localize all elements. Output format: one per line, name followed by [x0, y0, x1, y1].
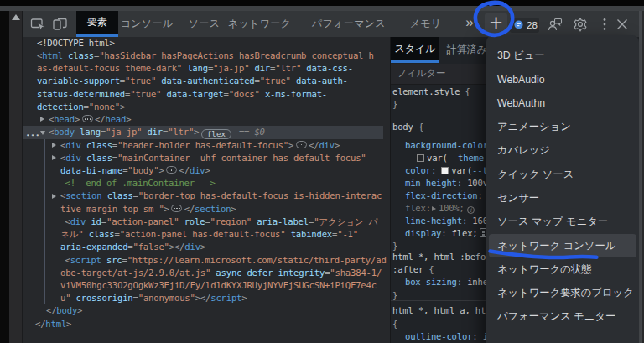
dom-tree-node[interactable]: data-bi-name="body"></div>: [23, 164, 390, 177]
dom-tree-node[interactable]: variable-support="true" data-authenticat…: [23, 75, 390, 87]
menu-item[interactable]: ネットワークの状態: [489, 257, 636, 281]
syntax-token: section: [65, 190, 101, 200]
dom-tree-node[interactable]: <div class="header-holder has-default-fo…: [23, 139, 390, 152]
menu-item[interactable]: センサー: [489, 186, 636, 210]
dom-tree-node[interactable]: u" crossorigin="anonymous"></script>: [23, 292, 390, 304]
devtools-tab-2[interactable]: コンソール: [122, 11, 172, 38]
dom-tree-node[interactable]: aria-expanded="false"></div>: [23, 241, 390, 253]
collapse-arrow-icon[interactable]: [40, 131, 45, 135]
syntax-token: == $0: [234, 127, 265, 137]
syntax-token: "true": [130, 89, 161, 99]
color-swatch[interactable]: [417, 154, 424, 162]
menu-item[interactable]: クイック ソース: [489, 163, 636, 186]
dom-tree-node[interactable]: <html class="hasSidebar hasPageActions h…: [23, 49, 390, 62]
styles-tab-label: 計算済み: [447, 43, 487, 57]
syntax-token: {: [465, 86, 470, 96]
menu-item[interactable]: カバレッジ: [489, 139, 636, 163]
syntax-token: class: [86, 153, 112, 163]
dom-tree-node[interactable]: <section class="border-top has-default-f…: [23, 190, 390, 202]
syntax-token: >: [288, 140, 293, 150]
settings-gear-icon[interactable]: [572, 16, 589, 33]
expand-arrow-icon[interactable]: [52, 155, 56, 160]
flex-editor-dot: [482, 231, 485, 233]
devtools-tab-3[interactable]: ソース: [179, 11, 230, 38]
dom-tree-node[interactable]: <script src="https://learn.microsoft.com…: [23, 254, 390, 267]
styles-tab-1[interactable]: スタイル: [391, 37, 439, 63]
menu-item[interactable]: ネットワーク コンソール: [489, 234, 636, 257]
collapsed-content-icon[interactable]: [82, 115, 93, 122]
devtools-tab-4[interactable]: ネットワーク: [228, 11, 291, 38]
dom-tree-node[interactable]: tive margin-top-sm "></section>: [23, 203, 390, 216]
syntax-token: obe-target/at-js/2.9.0/at.js": [60, 268, 210, 278]
dom-tree-node[interactable]: </html>: [23, 318, 390, 330]
devtools-tab-label: ソース: [189, 17, 220, 31]
syntax-token: class: [107, 190, 133, 200]
dom-tree-node[interactable]: viVM50hgc33O2gOgkWz3EjiD/Fy/ld1dKYXJRUyj…: [23, 279, 390, 292]
customize-dots-icon[interactable]: [596, 16, 613, 33]
menu-item[interactable]: ソース マップ モニター: [489, 210, 636, 234]
devtools-tab-label: メモリ: [410, 17, 442, 31]
collapsed-content-icon[interactable]: [171, 205, 182, 212]
elements-panel: <!DOCTYPE html><html class="hasSidebar h…: [23, 37, 390, 343]
syntax-token: flex;: [446, 228, 477, 238]
add-tool-button[interactable]: +: [485, 13, 507, 34]
menu-item-label: アニメーション: [497, 120, 571, 134]
menu-item[interactable]: ネットワーク要求のブロック: [489, 282, 636, 305]
dom-tree-node[interactable]: obe-target/at-js/2.9.0/at.js" async defe…: [23, 267, 390, 279]
dom-tree-node[interactable]: <div class="mainContainer uhf-container …: [23, 152, 390, 164]
dom-tree-node[interactable]: ネル" class="action-panel has-default-focu…: [23, 228, 390, 241]
syntax-token: "true": [125, 75, 156, 86]
syntax-token: head: [105, 114, 126, 124]
expand-arrow-icon[interactable]: [40, 117, 44, 122]
menu-item[interactable]: WebAuthn: [489, 91, 636, 115]
collapsed-content-icon[interactable]: [166, 166, 177, 174]
color-swatch[interactable]: [441, 167, 449, 174]
dom-tree-node[interactable]: <head></head>: [23, 113, 390, 126]
menu-item[interactable]: 3D ビュー: [489, 44, 636, 67]
expand-shorthand-icon[interactable]: [432, 206, 436, 211]
syntax-token: flex-direction: [405, 190, 478, 200]
syntax-token: "body": [127, 165, 158, 175]
feedback-icon[interactable]: [547, 16, 564, 33]
syntax-token: "header-holder has-default-focus": [117, 140, 288, 150]
expand-arrow-icon[interactable]: [52, 194, 56, 199]
menu-item-label: WebAudio: [497, 74, 545, 86]
panel-divider[interactable]: [390, 37, 391, 343]
inspect-element-icon[interactable]: [30, 16, 46, 32]
more-tabs-chevron[interactable]: »: [460, 11, 480, 38]
styles-tab-2[interactable]: 計算済み: [443, 37, 491, 63]
page-scrollbar[interactable]: [9, 11, 22, 343]
dom-tree-node[interactable]: as-default-focus theme-dark" lang="ja-jp…: [23, 62, 390, 75]
dom-tree-node[interactable]: </body>: [23, 304, 390, 317]
menu-item-label: パフォーマンス モニター: [497, 309, 615, 324]
dom-tree-node[interactable]: <!--end of .mainContainer -->: [23, 177, 390, 190]
devtools-tab-5[interactable]: パフォーマンス: [314, 11, 384, 38]
dom-tree-node[interactable]: <!DOCTYPE html>: [23, 37, 390, 49]
syntax-token: display: [405, 228, 441, 238]
expand-arrow-icon[interactable]: [52, 143, 56, 148]
dom-tree-node[interactable]: •••<body lang="ja-jp" dir="ltr">flex == …: [23, 126, 383, 138]
menu-item[interactable]: アニメーション: [489, 115, 636, 138]
devtools-tab-1[interactable]: 要素: [76, 11, 118, 38]
collapsed-content-icon[interactable]: [296, 141, 307, 148]
menu-item[interactable]: WebAudio: [489, 68, 636, 91]
styles-tab-label: スタイル: [394, 42, 435, 56]
syntax-token: integrity: [278, 268, 325, 278]
flex-badge[interactable]: flex: [201, 129, 231, 140]
syntax-token: "ltr": [275, 63, 301, 73]
syntax-token: defer: [247, 268, 273, 278]
syntax-token: id: [91, 216, 101, 226]
syntax-token: x-ms-format-: [265, 89, 327, 99]
menu-item[interactable]: パフォーマンス モニター: [489, 305, 636, 329]
syntax-token: body: [54, 127, 75, 137]
devtools-tab-6[interactable]: メモリ: [407, 11, 445, 38]
syntax-token: }: [392, 290, 397, 300]
issues-badge[interactable]: 28: [510, 18, 539, 33]
device-emulation-icon[interactable]: [52, 16, 68, 32]
dom-tree-node[interactable]: status-determined="true" data-target="do…: [23, 88, 390, 101]
close-icon[interactable]: [614, 16, 631, 33]
dom-tree-node[interactable]: detection="none">: [23, 101, 390, 113]
dom-tree-node[interactable]: <div id="action-panel" role="region" ari…: [23, 216, 390, 228]
scrollbar-up-arrow-icon[interactable]: [12, 14, 20, 20]
syntax-token: "region": [210, 216, 252, 226]
